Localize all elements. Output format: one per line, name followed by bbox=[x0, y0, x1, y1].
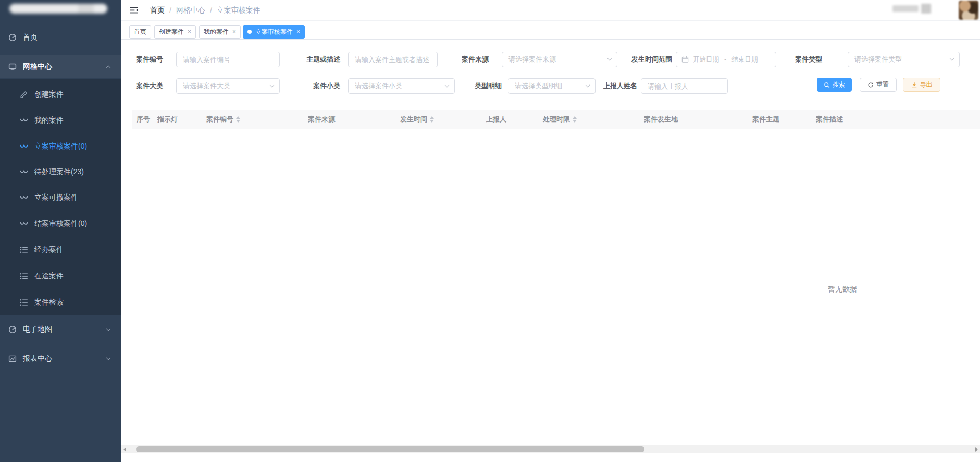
case-source-select[interactable]: 请选择案件来源 bbox=[502, 52, 617, 67]
search-icon bbox=[824, 82, 830, 88]
case-wave-icon bbox=[20, 193, 28, 202]
create-case-icon bbox=[20, 90, 28, 99]
tab-filing-review-cases[interactable]: 立案审核案件 × bbox=[243, 25, 305, 39]
col-case-number[interactable]: 案件编号 bbox=[206, 110, 240, 129]
sidebar: 首页 网格中心 创建案件 我的案件 立案审核案件(0) 待处理案件(23) bbox=[0, 0, 121, 462]
column-label: 发生时间 bbox=[400, 115, 427, 124]
reset-button-label: 重置 bbox=[876, 80, 889, 89]
sidebar-item-filing-review-cases[interactable]: 立案审核案件(0) bbox=[0, 136, 121, 157]
subject-description-label: 主题或描述 bbox=[296, 52, 340, 67]
close-icon[interactable]: × bbox=[188, 29, 191, 35]
tab-label: 创建案件 bbox=[159, 28, 184, 37]
select-placeholder: 请选择案件来源 bbox=[508, 55, 556, 64]
case-subcategory-select[interactable]: 请选择案件小类 bbox=[348, 78, 455, 94]
scroll-left-arrow-icon[interactable] bbox=[123, 447, 126, 452]
export-button[interactable]: 导出 bbox=[903, 78, 940, 92]
app-logo-redacted bbox=[9, 4, 107, 14]
sort-carets-icon[interactable] bbox=[236, 116, 240, 123]
tab-my-cases[interactable]: 我的案件 × bbox=[199, 25, 241, 39]
export-button-label: 导出 bbox=[920, 80, 933, 89]
sidebar-item-pending-cases[interactable]: 待处理案件(23) bbox=[0, 162, 121, 183]
sidebar-item-electronic-map[interactable]: 电子地图 bbox=[0, 319, 121, 340]
subject-description-input[interactable] bbox=[348, 52, 438, 67]
scroll-right-arrow-icon[interactable] bbox=[975, 447, 978, 452]
column-label: 案件描述 bbox=[816, 115, 843, 124]
tab-home[interactable]: 首页 bbox=[129, 25, 151, 39]
col-occur-time[interactable]: 发生时间 bbox=[400, 110, 434, 129]
chevron-down-icon bbox=[105, 356, 111, 362]
column-label: 案件主题 bbox=[752, 115, 779, 124]
top-navbar: 首页 / 网格中心 / 立案审核案件 bbox=[121, 0, 980, 21]
breadcrumb-grid-center[interactable]: 网格中心 bbox=[176, 6, 205, 15]
col-deadline[interactable]: 处理时限 bbox=[543, 110, 577, 129]
sidebar-item-label: 结案审核案件(0) bbox=[34, 219, 87, 228]
app-window: 首页 网格中心 创建案件 我的案件 立案审核案件(0) 待处理案件(23) bbox=[0, 0, 980, 462]
sort-carets-icon[interactable] bbox=[430, 116, 434, 123]
sidebar-item-closing-review-cases[interactable]: 结案审核案件(0) bbox=[0, 213, 121, 234]
type-detail-label: 类型明细 bbox=[473, 78, 502, 94]
list-icon bbox=[20, 272, 28, 281]
sidebar-item-label: 在途案件 bbox=[34, 272, 64, 281]
scrollbar-thumb[interactable] bbox=[136, 446, 644, 452]
column-label: 上报人 bbox=[486, 115, 506, 124]
tab-label: 我的案件 bbox=[204, 28, 229, 37]
sidebar-item-my-cases[interactable]: 我的案件 bbox=[0, 110, 121, 131]
column-label: 指示灯 bbox=[157, 115, 178, 124]
case-subcategory-label: 案件小类 bbox=[311, 78, 340, 94]
reset-button[interactable]: 重置 bbox=[860, 78, 897, 92]
list-icon bbox=[20, 298, 28, 307]
sort-carets-icon[interactable] bbox=[573, 116, 577, 123]
column-label: 案件发生地 bbox=[644, 115, 678, 124]
date-range-picker[interactable]: 开始日期 - 结束日期 bbox=[676, 52, 776, 67]
sidebar-item-in-transit-cases[interactable]: 在途案件 bbox=[0, 266, 121, 287]
horizontal-scrollbar[interactable] bbox=[121, 445, 980, 453]
tab-create-case[interactable]: 创建案件 × bbox=[154, 25, 196, 39]
sidebar-item-label: 电子地图 bbox=[23, 325, 52, 334]
sidebar-item-label: 经办案件 bbox=[34, 245, 64, 254]
case-wave-icon bbox=[20, 220, 28, 228]
case-number-label: 案件编号 bbox=[128, 52, 163, 67]
case-number-input[interactable] bbox=[176, 52, 280, 67]
user-menu-redacted[interactable] bbox=[921, 4, 931, 14]
sidebar-item-revocable-cases[interactable]: 立案可撤案件 bbox=[0, 187, 121, 208]
col-case-source: 案件来源 bbox=[308, 110, 335, 129]
chevron-up-icon bbox=[105, 64, 111, 70]
chevron-down-icon bbox=[444, 83, 450, 89]
search-button-label: 搜索 bbox=[833, 80, 845, 89]
username-redacted bbox=[892, 5, 919, 12]
type-detail-select[interactable]: 请选择类型明细 bbox=[508, 78, 596, 94]
case-type-select[interactable]: 请选择案件类型 bbox=[848, 52, 960, 67]
search-button[interactable]: 搜索 bbox=[817, 78, 852, 92]
case-category-select[interactable]: 请选择案件大类 bbox=[176, 78, 280, 94]
end-date-placeholder: 结束日期 bbox=[731, 55, 758, 64]
start-date-placeholder: 开始日期 bbox=[693, 55, 719, 64]
column-label: 案件编号 bbox=[206, 115, 233, 124]
sidebar-submenu-grid-center: 创建案件 我的案件 立案审核案件(0) 待处理案件(23) 立案可撤案件 结案审… bbox=[0, 79, 121, 315]
select-placeholder: 请选择案件大类 bbox=[183, 81, 230, 91]
breadcrumb-home[interactable]: 首页 bbox=[150, 6, 165, 15]
sidebar-item-handled-cases[interactable]: 经办案件 bbox=[0, 239, 121, 260]
close-icon[interactable]: × bbox=[296, 29, 300, 35]
col-index: 序号 bbox=[137, 110, 150, 129]
case-wave-icon bbox=[20, 116, 28, 125]
sidebar-item-label: 立案审核案件(0) bbox=[34, 142, 87, 151]
close-icon[interactable]: × bbox=[232, 29, 236, 35]
report-icon bbox=[8, 355, 17, 363]
table-empty-text: 暂无数据 bbox=[828, 285, 857, 294]
sidebar-item-label: 网格中心 bbox=[23, 62, 52, 71]
sidebar-item-label: 案件检索 bbox=[34, 298, 64, 307]
sidebar-item-home[interactable]: 首页 bbox=[0, 27, 121, 48]
sidebar-collapse-icon[interactable] bbox=[129, 6, 138, 14]
breadcrumb-current: 立案审核案件 bbox=[217, 6, 260, 15]
avatar[interactable] bbox=[959, 1, 978, 20]
sidebar-item-label: 首页 bbox=[23, 33, 38, 42]
sidebar-item-report-center[interactable]: 报表中心 bbox=[0, 348, 121, 369]
sidebar-item-case-search[interactable]: 案件检索 bbox=[0, 292, 121, 313]
occur-time-range-label: 发生时间范围 bbox=[628, 52, 672, 67]
col-subject: 案件主题 bbox=[752, 110, 779, 129]
reporter-name-input[interactable] bbox=[641, 78, 728, 94]
sidebar-item-grid-center[interactable]: 网格中心 bbox=[0, 55, 121, 78]
column-label: 案件来源 bbox=[308, 115, 335, 124]
sidebar-item-create-case[interactable]: 创建案件 bbox=[0, 84, 121, 105]
calendar-icon bbox=[681, 56, 689, 63]
